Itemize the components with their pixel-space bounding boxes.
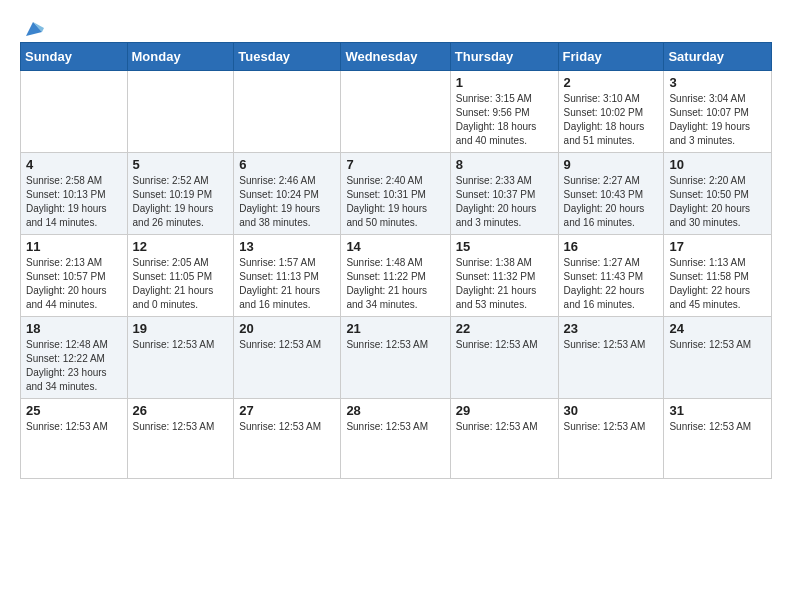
day-number: 7 xyxy=(346,157,444,172)
calendar-cell: 7Sunrise: 2:40 AM Sunset: 10:31 PM Dayli… xyxy=(341,153,450,235)
day-info: Sunrise: 12:53 AM xyxy=(669,420,766,434)
col-header-saturday: Saturday xyxy=(664,43,772,71)
day-number: 9 xyxy=(564,157,659,172)
calendar-cell: 13Sunrise: 1:57 AM Sunset: 11:13 PM Dayl… xyxy=(234,235,341,317)
day-info: Sunrise: 12:53 AM xyxy=(346,338,444,352)
day-number: 30 xyxy=(564,403,659,418)
calendar-cell: 31Sunrise: 12:53 AM xyxy=(664,399,772,479)
day-number: 17 xyxy=(669,239,766,254)
col-header-tuesday: Tuesday xyxy=(234,43,341,71)
day-info: Sunrise: 12:48 AM Sunset: 12:22 AM Dayli… xyxy=(26,338,122,394)
day-info: Sunrise: 3:04 AM Sunset: 10:07 PM Daylig… xyxy=(669,92,766,148)
calendar-cell: 5Sunrise: 2:52 AM Sunset: 10:19 PM Dayli… xyxy=(127,153,234,235)
calendar-cell: 22Sunrise: 12:53 AM xyxy=(450,317,558,399)
calendar-cell: 11Sunrise: 2:13 AM Sunset: 10:57 PM Dayl… xyxy=(21,235,128,317)
calendar-cell: 3Sunrise: 3:04 AM Sunset: 10:07 PM Dayli… xyxy=(664,71,772,153)
calendar-cell xyxy=(234,71,341,153)
calendar-week-row: 4Sunrise: 2:58 AM Sunset: 10:13 PM Dayli… xyxy=(21,153,772,235)
calendar-table: SundayMondayTuesdayWednesdayThursdayFrid… xyxy=(20,42,772,479)
logo-icon xyxy=(22,18,44,40)
calendar-cell: 20Sunrise: 12:53 AM xyxy=(234,317,341,399)
calendar-cell xyxy=(127,71,234,153)
calendar-cell: 23Sunrise: 12:53 AM xyxy=(558,317,664,399)
day-info: Sunrise: 12:53 AM xyxy=(346,420,444,434)
col-header-friday: Friday xyxy=(558,43,664,71)
day-info: Sunrise: 2:13 AM Sunset: 10:57 PM Daylig… xyxy=(26,256,122,312)
calendar-week-row: 1Sunrise: 3:15 AM Sunset: 9:56 PM Daylig… xyxy=(21,71,772,153)
day-number: 10 xyxy=(669,157,766,172)
day-info: Sunrise: 12:53 AM xyxy=(239,338,335,352)
calendar-cell: 2Sunrise: 3:10 AM Sunset: 10:02 PM Dayli… xyxy=(558,71,664,153)
calendar-week-row: 11Sunrise: 2:13 AM Sunset: 10:57 PM Dayl… xyxy=(21,235,772,317)
calendar-cell xyxy=(21,71,128,153)
day-info: Sunrise: 3:15 AM Sunset: 9:56 PM Dayligh… xyxy=(456,92,553,148)
day-number: 20 xyxy=(239,321,335,336)
calendar-cell: 6Sunrise: 2:46 AM Sunset: 10:24 PM Dayli… xyxy=(234,153,341,235)
day-info: Sunrise: 12:53 AM xyxy=(564,338,659,352)
day-number: 3 xyxy=(669,75,766,90)
day-info: Sunrise: 1:38 AM Sunset: 11:32 PM Daylig… xyxy=(456,256,553,312)
calendar-cell: 9Sunrise: 2:27 AM Sunset: 10:43 PM Dayli… xyxy=(558,153,664,235)
day-info: Sunrise: 12:53 AM xyxy=(239,420,335,434)
day-number: 31 xyxy=(669,403,766,418)
day-info: Sunrise: 2:52 AM Sunset: 10:19 PM Daylig… xyxy=(133,174,229,230)
day-number: 23 xyxy=(564,321,659,336)
day-info: Sunrise: 1:57 AM Sunset: 11:13 PM Daylig… xyxy=(239,256,335,312)
calendar-cell: 18Sunrise: 12:48 AM Sunset: 12:22 AM Day… xyxy=(21,317,128,399)
day-info: Sunrise: 1:27 AM Sunset: 11:43 PM Daylig… xyxy=(564,256,659,312)
calendar-cell: 26Sunrise: 12:53 AM xyxy=(127,399,234,479)
calendar-cell: 1Sunrise: 3:15 AM Sunset: 9:56 PM Daylig… xyxy=(450,71,558,153)
day-info: Sunrise: 1:13 AM Sunset: 11:58 PM Daylig… xyxy=(669,256,766,312)
day-number: 21 xyxy=(346,321,444,336)
calendar-cell: 30Sunrise: 12:53 AM xyxy=(558,399,664,479)
logo xyxy=(20,18,44,36)
calendar-cell: 16Sunrise: 1:27 AM Sunset: 11:43 PM Dayl… xyxy=(558,235,664,317)
calendar-cell xyxy=(341,71,450,153)
day-number: 11 xyxy=(26,239,122,254)
calendar-cell: 25Sunrise: 12:53 AM xyxy=(21,399,128,479)
day-number: 1 xyxy=(456,75,553,90)
day-number: 15 xyxy=(456,239,553,254)
calendar-header-row: SundayMondayTuesdayWednesdayThursdayFrid… xyxy=(21,43,772,71)
day-info: Sunrise: 1:48 AM Sunset: 11:22 PM Daylig… xyxy=(346,256,444,312)
day-info: Sunrise: 2:40 AM Sunset: 10:31 PM Daylig… xyxy=(346,174,444,230)
day-number: 4 xyxy=(26,157,122,172)
day-info: Sunrise: 12:53 AM xyxy=(133,338,229,352)
calendar-cell: 28Sunrise: 12:53 AM xyxy=(341,399,450,479)
day-number: 26 xyxy=(133,403,229,418)
calendar-cell: 15Sunrise: 1:38 AM Sunset: 11:32 PM Dayl… xyxy=(450,235,558,317)
col-header-sunday: Sunday xyxy=(21,43,128,71)
day-number: 24 xyxy=(669,321,766,336)
day-number: 8 xyxy=(456,157,553,172)
day-info: Sunrise: 2:27 AM Sunset: 10:43 PM Daylig… xyxy=(564,174,659,230)
calendar-cell: 17Sunrise: 1:13 AM Sunset: 11:58 PM Dayl… xyxy=(664,235,772,317)
col-header-wednesday: Wednesday xyxy=(341,43,450,71)
day-number: 22 xyxy=(456,321,553,336)
day-number: 27 xyxy=(239,403,335,418)
day-number: 6 xyxy=(239,157,335,172)
day-info: Sunrise: 12:53 AM xyxy=(456,420,553,434)
page: SundayMondayTuesdayWednesdayThursdayFrid… xyxy=(0,0,792,489)
calendar-week-row: 25Sunrise: 12:53 AM26Sunrise: 12:53 AM27… xyxy=(21,399,772,479)
day-info: Sunrise: 12:53 AM xyxy=(456,338,553,352)
calendar-cell: 27Sunrise: 12:53 AM xyxy=(234,399,341,479)
col-header-thursday: Thursday xyxy=(450,43,558,71)
day-number: 29 xyxy=(456,403,553,418)
day-info: Sunrise: 2:46 AM Sunset: 10:24 PM Daylig… xyxy=(239,174,335,230)
calendar-cell: 21Sunrise: 12:53 AM xyxy=(341,317,450,399)
day-info: Sunrise: 2:20 AM Sunset: 10:50 PM Daylig… xyxy=(669,174,766,230)
day-info: Sunrise: 12:53 AM xyxy=(26,420,122,434)
day-number: 13 xyxy=(239,239,335,254)
day-info: Sunrise: 12:53 AM xyxy=(564,420,659,434)
day-number: 5 xyxy=(133,157,229,172)
header xyxy=(20,18,772,36)
day-number: 14 xyxy=(346,239,444,254)
calendar-cell: 8Sunrise: 2:33 AM Sunset: 10:37 PM Dayli… xyxy=(450,153,558,235)
day-number: 19 xyxy=(133,321,229,336)
day-info: Sunrise: 2:33 AM Sunset: 10:37 PM Daylig… xyxy=(456,174,553,230)
day-info: Sunrise: 2:58 AM Sunset: 10:13 PM Daylig… xyxy=(26,174,122,230)
calendar-cell: 24Sunrise: 12:53 AM xyxy=(664,317,772,399)
calendar-cell: 14Sunrise: 1:48 AM Sunset: 11:22 PM Dayl… xyxy=(341,235,450,317)
day-info: Sunrise: 2:05 AM Sunset: 11:05 PM Daylig… xyxy=(133,256,229,312)
day-number: 25 xyxy=(26,403,122,418)
